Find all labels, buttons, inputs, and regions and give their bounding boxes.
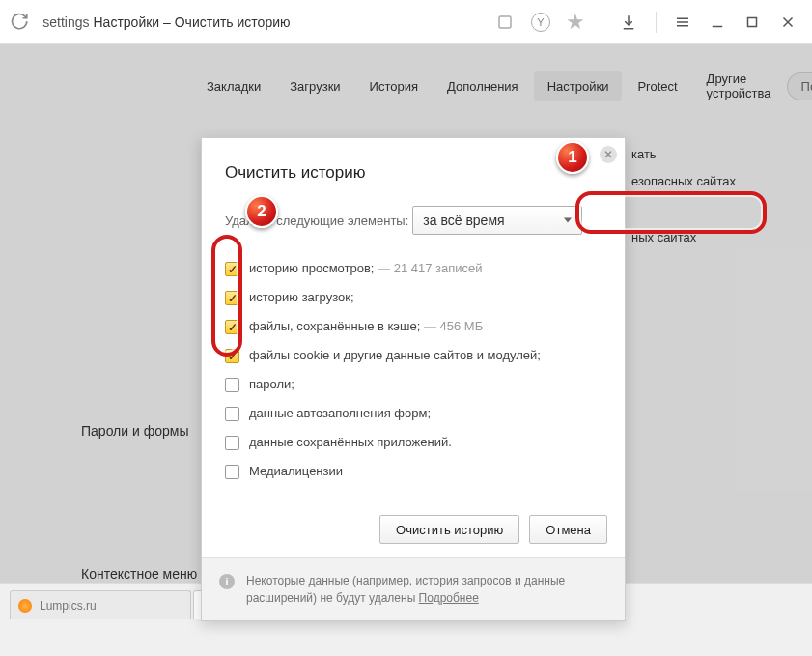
cancel-button[interactable]: Отмена [529,515,607,544]
opt-download-history[interactable]: историю загрузок; [225,283,602,312]
info-icon: i [219,574,235,589]
footnote-link[interactable]: Подробнее [419,591,479,605]
checkbox-icon[interactable] [225,436,239,450]
opt-label: пароли; [249,377,294,391]
tab-downloads[interactable]: Загрузки [276,71,353,101]
opt-label: файлы cookie и другие данные сайтов и мо… [249,348,541,362]
settings-tabs: Закладки Загрузки История Дополнения Нас… [0,44,812,122]
favicon-icon [18,599,32,613]
dialog-footnote: i Некоторые данные (например, история за… [202,557,625,620]
clear-button[interactable]: Очистить историю [379,515,519,544]
section-passwords-label: Пароли и формы [81,423,188,439]
clear-history-dialog: ✕ Очистить историю Удалить следующие эле… [201,137,626,621]
opt-cookies[interactable]: файлы cookie и другие данные сайтов и мо… [225,341,602,370]
svg-rect-0 [499,16,511,28]
opt-label: данные автозаполнения форм; [249,406,431,420]
menu-icon[interactable] [667,5,696,40]
footnote-text: Некоторые данные (например, история запр… [246,574,565,605]
bookmark-star-icon[interactable]: ★ [561,5,590,40]
bg-line-3: ных сайтах [631,230,696,244]
options-list: историю просмотров; 21 417 записей истор… [225,254,602,486]
opt-passwords[interactable]: пароли; [225,370,602,399]
translate-icon[interactable] [490,5,519,40]
opt-browsing-history[interactable]: историю просмотров; 21 417 записей [225,254,602,283]
checkbox-icon[interactable] [225,349,239,363]
checkbox-icon[interactable] [225,378,239,392]
bg-line-1: кать [631,147,657,161]
tab-bookmarks[interactable]: Закладки [193,71,274,101]
dialog-title: Очистить историю [225,163,602,183]
address-path: settings [42,14,89,30]
browser-tab-lumpics[interactable]: Lumpics.ru [10,590,191,619]
opt-hint: 456 МБ [424,319,483,333]
checkbox-icon[interactable] [225,262,239,276]
opt-label: данные сохранённых приложений. [249,435,452,449]
tab-protect[interactable]: Protect [624,71,690,101]
browser-toolbar: settings Настройки – Очистить историю Y … [0,0,812,44]
window-maximize-icon[interactable] [738,5,767,40]
opt-media-licenses[interactable]: Медиалицензии [225,457,602,486]
opt-cache[interactable]: файлы, сохранённые в кэше; 456 МБ [225,312,602,341]
opt-label: историю загрузок; [249,290,354,304]
downloads-icon[interactable] [614,5,643,40]
shield-icon[interactable]: Y [526,5,555,40]
tab-label: Lumpics.ru [40,599,97,613]
svg-rect-1 [748,17,757,26]
opt-label: историю просмотров; [249,261,374,275]
reload-icon[interactable] [10,11,29,34]
opt-autofill[interactable]: данные автозаполнения форм; [225,399,602,428]
section-context-label: Контекстное меню [81,566,197,582]
time-range-value: за всё время [423,213,504,228]
range-label: Удалить следующие элементы: [225,214,408,228]
tab-addons[interactable]: Дополнения [434,71,532,101]
opt-label: файлы, сохранённые в кэше; [249,319,420,333]
checkbox-icon[interactable] [225,465,239,479]
dialog-actions: Очистить историю Отмена [202,501,625,557]
tab-settings[interactable]: Настройки [534,71,623,101]
opt-hosted-apps[interactable]: данные сохранённых приложений. [225,428,602,457]
checkbox-icon[interactable] [225,407,239,421]
checkbox-icon[interactable] [225,291,239,305]
tab-other-devices[interactable]: Другие устройства [693,64,785,108]
tab-history[interactable]: История [356,71,432,101]
close-icon[interactable]: ✕ [600,146,617,163]
window-minimize-icon[interactable] [703,5,732,40]
checkbox-icon[interactable] [225,320,239,334]
page-body: Закладки Загрузки История Дополнения Нас… [0,44,812,619]
bg-line-2: езопасных сайтах [631,174,736,188]
settings-search[interactable]: Пои [787,72,812,100]
address-bar[interactable]: settings Настройки – Очистить историю [35,9,479,36]
opt-label: Медиалицензии [249,464,343,478]
address-title: Настройки – Очистить историю [94,14,291,30]
time-range-select[interactable]: за всё время [412,206,582,235]
window-close-icon[interactable] [773,5,802,40]
opt-hint: 21 417 записей [378,261,482,275]
